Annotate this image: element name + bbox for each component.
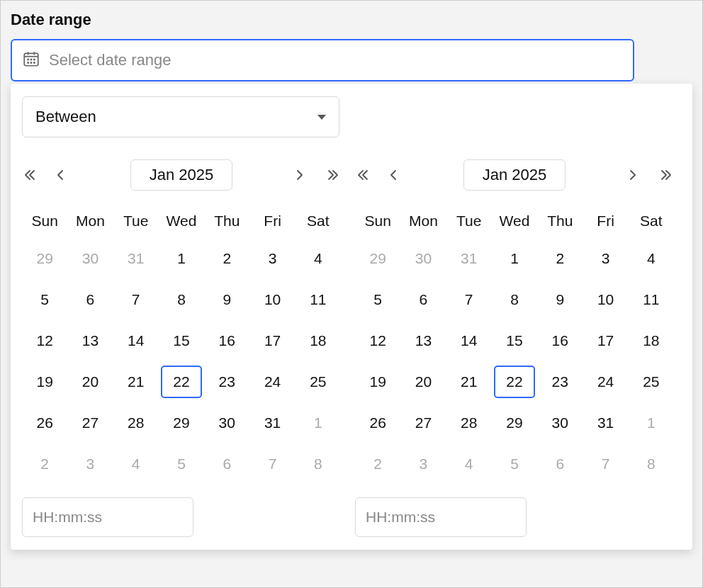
- calendar-day[interactable]: 20: [69, 366, 111, 398]
- calendar-day[interactable]: 25: [298, 366, 339, 398]
- calendar-day[interactable]: 10: [585, 283, 626, 316]
- calendar-day[interactable]: 9: [539, 283, 580, 316]
- calendar-day[interactable]: 14: [116, 324, 157, 357]
- next-year-button[interactable]: [324, 168, 341, 182]
- calendar-day[interactable]: 9: [206, 283, 247, 316]
- calendar-day[interactable]: 1: [298, 407, 339, 439]
- calendar-day[interactable]: 22: [161, 366, 202, 398]
- calendar-day[interactable]: 26: [357, 407, 398, 439]
- prev-month-button[interactable]: [53, 168, 70, 182]
- calendar-day[interactable]: 17: [585, 324, 626, 357]
- calendar-day[interactable]: 12: [357, 324, 398, 357]
- calendar-day[interactable]: 8: [161, 283, 202, 316]
- date-range-input[interactable]: Select date range: [11, 39, 634, 81]
- calendar-day[interactable]: 31: [116, 242, 157, 275]
- calendar-day[interactable]: 29: [161, 407, 202, 439]
- calendar-day[interactable]: 18: [631, 324, 672, 357]
- next-month-button[interactable]: [626, 168, 643, 182]
- calendar-day[interactable]: 13: [69, 324, 111, 357]
- calendar-day[interactable]: 31: [252, 407, 293, 439]
- calendar-day[interactable]: 29: [357, 242, 398, 275]
- calendar-day[interactable]: 3: [585, 242, 626, 275]
- calendar-day[interactable]: 5: [161, 448, 202, 480]
- calendar-day[interactable]: 31: [449, 242, 490, 275]
- calendar-day[interactable]: 6: [206, 448, 247, 480]
- calendar-day[interactable]: 11: [298, 283, 339, 316]
- calendar-day[interactable]: 5: [24, 283, 65, 316]
- calendar-day[interactable]: 4: [631, 242, 672, 275]
- calendar-day[interactable]: 4: [449, 448, 490, 480]
- calendar-day[interactable]: 3: [403, 448, 444, 480]
- calendar-day[interactable]: 7: [449, 283, 490, 316]
- calendar-day[interactable]: 7: [585, 448, 626, 480]
- calendar-day[interactable]: 19: [24, 366, 65, 398]
- calendar-day[interactable]: 6: [69, 283, 111, 316]
- calendar-day[interactable]: 1: [494, 242, 535, 275]
- calendar-day[interactable]: 6: [403, 283, 444, 316]
- calendar-day[interactable]: 7: [116, 283, 157, 316]
- time-input[interactable]: [22, 497, 193, 537]
- calendar-day[interactable]: 13: [403, 324, 444, 357]
- calendar-day[interactable]: 27: [69, 407, 111, 439]
- calendar-day[interactable]: 24: [252, 366, 293, 398]
- calendar-day[interactable]: 12: [24, 324, 65, 357]
- calendar-day[interactable]: 14: [449, 324, 490, 357]
- calendar-day[interactable]: 8: [631, 448, 672, 480]
- calendar-day[interactable]: 15: [494, 324, 535, 357]
- calendar-day[interactable]: 5: [357, 283, 398, 316]
- date-range-placeholder: Select date range: [49, 51, 171, 69]
- calendar-day[interactable]: 30: [206, 407, 247, 439]
- calendar-day[interactable]: 16: [206, 324, 247, 357]
- calendar-day[interactable]: 18: [298, 324, 339, 357]
- prev-month-button[interactable]: [386, 168, 403, 182]
- time-input[interactable]: [355, 497, 527, 537]
- calendar-day[interactable]: 28: [116, 407, 157, 439]
- calendar-day[interactable]: 2: [539, 242, 580, 275]
- calendar-day[interactable]: 21: [449, 366, 490, 398]
- calendar-day[interactable]: 20: [403, 366, 444, 398]
- calendar-day[interactable]: 3: [252, 242, 293, 275]
- calendar-day[interactable]: 4: [116, 448, 157, 480]
- calendar-day[interactable]: 3: [69, 448, 111, 480]
- calendar-day[interactable]: 11: [631, 283, 672, 316]
- next-year-button[interactable]: [657, 168, 674, 182]
- prev-year-button[interactable]: [22, 168, 39, 182]
- calendar-day[interactable]: 22: [494, 366, 535, 398]
- calendar-day[interactable]: 10: [252, 283, 293, 316]
- calendar-day[interactable]: 16: [539, 324, 580, 357]
- range-mode-select[interactable]: Between: [22, 96, 339, 137]
- weekday-header: Sat: [629, 204, 674, 238]
- calendar-day[interactable]: 2: [24, 448, 65, 480]
- calendar-day[interactable]: 25: [631, 366, 672, 398]
- calendar-day[interactable]: 1: [161, 242, 202, 275]
- calendar-day[interactable]: 24: [585, 366, 626, 398]
- calendar-day[interactable]: 15: [161, 324, 202, 357]
- calendar-day[interactable]: 23: [206, 366, 247, 398]
- calendar-day[interactable]: 30: [539, 407, 580, 439]
- calendar-day[interactable]: 6: [539, 448, 580, 480]
- calendar-day[interactable]: 4: [298, 242, 339, 275]
- month-select-button[interactable]: Jan 2025: [130, 159, 233, 191]
- calendar-day[interactable]: 27: [403, 407, 444, 439]
- calendar-day[interactable]: 19: [357, 366, 398, 398]
- calendar-day[interactable]: 8: [494, 283, 535, 316]
- calendar-day[interactable]: 7: [252, 448, 293, 480]
- calendar-day[interactable]: 29: [494, 407, 535, 439]
- calendar-day[interactable]: 30: [69, 242, 111, 275]
- calendar-day[interactable]: 31: [585, 407, 626, 439]
- calendar-day[interactable]: 29: [24, 242, 65, 275]
- calendar-day[interactable]: 8: [298, 448, 339, 480]
- calendar-day[interactable]: 28: [449, 407, 490, 439]
- calendar-day[interactable]: 2: [206, 242, 247, 275]
- calendar-day[interactable]: 2: [357, 448, 398, 480]
- next-month-button[interactable]: [293, 168, 310, 182]
- calendar-day[interactable]: 17: [252, 324, 293, 357]
- calendar-day[interactable]: 21: [116, 366, 157, 398]
- calendar-day[interactable]: 30: [403, 242, 444, 275]
- calendar-day[interactable]: 5: [494, 448, 535, 480]
- prev-year-button[interactable]: [355, 168, 372, 182]
- month-select-button[interactable]: Jan 2025: [463, 159, 566, 191]
- calendar-day[interactable]: 26: [24, 407, 65, 439]
- calendar-day[interactable]: 23: [539, 366, 580, 398]
- calendar-day[interactable]: 1: [631, 407, 672, 439]
